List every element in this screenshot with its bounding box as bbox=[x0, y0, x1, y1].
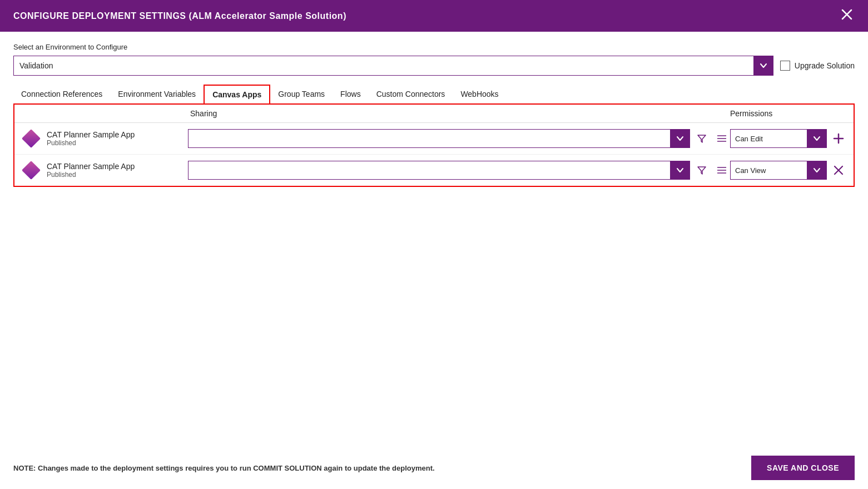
upgrade-solution-wrapper: Upgrade Solution bbox=[780, 61, 855, 71]
sharing-dropdown-button-1[interactable] bbox=[670, 129, 690, 148]
content-area: Sharing Permissions CAT Planner Sample A… bbox=[13, 103, 855, 187]
table-row: CAT Planner Sample App Published bbox=[14, 123, 854, 155]
col-permissions-header: Permissions bbox=[730, 109, 847, 118]
list-icon bbox=[717, 135, 727, 142]
modal-body: Select an Environment to Configure Valid… bbox=[0, 32, 868, 187]
app-status-1: Published bbox=[47, 139, 135, 147]
sharing-dropdown-button-2[interactable] bbox=[670, 161, 690, 180]
app-text-2: CAT Planner Sample App Published bbox=[47, 162, 135, 179]
sharing-field-2 bbox=[188, 161, 730, 180]
svg-rect-2 bbox=[22, 129, 41, 148]
plus-icon bbox=[833, 133, 844, 144]
app-status-2: Published bbox=[47, 171, 135, 179]
sharing-input-1[interactable] bbox=[188, 129, 690, 148]
table-header: Sharing Permissions bbox=[14, 105, 854, 123]
save-close-button[interactable]: SAVE AND CLOSE bbox=[751, 456, 855, 480]
app-icon-2 bbox=[21, 160, 41, 180]
chevron-down-icon bbox=[677, 136, 683, 141]
tab-environment-variables[interactable]: Environment Variables bbox=[110, 85, 204, 103]
tab-webhooks[interactable]: WebHooks bbox=[453, 85, 506, 103]
app-icon-1 bbox=[21, 129, 41, 149]
chevron-down-icon bbox=[814, 136, 820, 141]
app-info-2: CAT Planner Sample App Published bbox=[21, 160, 188, 180]
filter-icon bbox=[697, 165, 707, 175]
tab-group-teams[interactable]: Group Teams bbox=[270, 85, 333, 103]
tab-connection-references[interactable]: Connection References bbox=[13, 85, 110, 103]
permissions-select-wrapper-1: Can Edit Can View bbox=[730, 129, 827, 148]
tab-canvas-apps[interactable]: Canvas Apps bbox=[204, 85, 270, 103]
svg-marker-3 bbox=[698, 135, 706, 142]
tab-flows[interactable]: Flows bbox=[333, 85, 369, 103]
footer-note: NOTE: Changes made to the deployment set… bbox=[13, 464, 435, 472]
sharing-input-wrapper-1 bbox=[188, 129, 690, 148]
permissions-field-1: Can Edit Can View bbox=[730, 129, 847, 148]
svg-marker-10 bbox=[698, 167, 706, 174]
sharing-input-2[interactable] bbox=[188, 161, 690, 180]
filter-button-2[interactable] bbox=[693, 162, 710, 179]
chevron-down-icon bbox=[760, 63, 767, 68]
list-icon bbox=[717, 166, 727, 174]
permissions-dropdown-button-2[interactable] bbox=[807, 161, 827, 180]
modal-title: CONFIGURE DEPLOYMENT SETTINGS (ALM Accel… bbox=[13, 11, 346, 21]
col-sharing-header: Sharing bbox=[188, 109, 730, 118]
env-dropdown-button[interactable] bbox=[753, 56, 773, 76]
modal-header: CONFIGURE DEPLOYMENT SETTINGS (ALM Accel… bbox=[0, 0, 868, 32]
add-sharing-button-1[interactable] bbox=[830, 130, 847, 147]
app-info-1: CAT Planner Sample App Published bbox=[21, 129, 188, 149]
env-select[interactable]: Validation bbox=[13, 56, 773, 76]
close-icon bbox=[834, 165, 844, 175]
permissions-field-2: Can Edit Can View bbox=[730, 161, 847, 180]
sharing-input-wrapper-2 bbox=[188, 161, 690, 180]
chevron-down-icon bbox=[814, 168, 820, 172]
table-row: CAT Planner Sample App Published bbox=[14, 155, 854, 186]
remove-sharing-button-2[interactable] bbox=[830, 162, 847, 179]
lines-button-1[interactable] bbox=[713, 130, 730, 147]
tab-custom-connectors[interactable]: Custom Connectors bbox=[369, 85, 453, 103]
upgrade-solution-label: Upgrade Solution bbox=[795, 61, 855, 70]
app-text-1: CAT Planner Sample App Published bbox=[47, 130, 135, 147]
lines-button-2[interactable] bbox=[713, 162, 730, 179]
env-section-label: Select an Environment to Configure bbox=[13, 43, 855, 51]
svg-rect-9 bbox=[22, 161, 41, 180]
sharing-field-1 bbox=[188, 129, 730, 148]
filter-button-1[interactable] bbox=[693, 130, 710, 147]
app-name-1: CAT Planner Sample App bbox=[47, 130, 135, 139]
upgrade-solution-checkbox[interactable] bbox=[780, 61, 790, 71]
chevron-down-icon bbox=[677, 168, 683, 172]
modal-footer: NOTE: Changes made to the deployment set… bbox=[0, 447, 868, 489]
permissions-select-wrapper-2: Can Edit Can View bbox=[730, 161, 827, 180]
filter-icon bbox=[697, 134, 707, 144]
tabs-container: Connection References Environment Variab… bbox=[13, 85, 855, 103]
env-row: Validation Upgrade Solution bbox=[13, 56, 855, 76]
permissions-dropdown-button-1[interactable] bbox=[807, 129, 827, 148]
close-icon bbox=[841, 9, 852, 20]
modal-close-button[interactable] bbox=[839, 9, 855, 23]
env-select-wrapper: Validation bbox=[13, 56, 773, 76]
app-name-2: CAT Planner Sample App bbox=[47, 162, 135, 171]
